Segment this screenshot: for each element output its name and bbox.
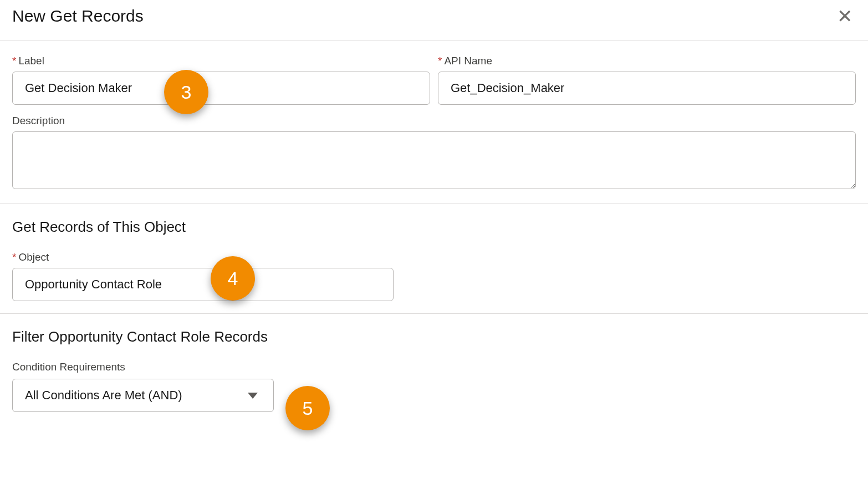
callout-3: 3 [164, 70, 208, 114]
modal-title: New Get Records [12, 7, 144, 26]
object-value: Opportunity Contact Role [25, 277, 162, 292]
basic-info-section: *Label *API Name Description [0, 40, 868, 204]
chevron-down-icon [248, 393, 258, 399]
object-section-heading: Get Records of This Object [12, 218, 856, 236]
description-textarea[interactable] [12, 131, 856, 189]
callout-4: 4 [211, 256, 255, 301]
filter-section: Filter Opportunity Contact Role Records … [0, 313, 868, 488]
condition-value: All Conditions Are Met (AND) [25, 388, 182, 403]
object-combobox[interactable]: Opportunity Contact Role [12, 268, 394, 301]
required-indicator: * [12, 55, 16, 67]
object-field-label: *Object [12, 251, 856, 263]
callout-5: 5 [285, 386, 330, 430]
required-indicator: * [438, 55, 442, 67]
close-icon: ✕ [837, 6, 852, 27]
modal-header: New Get Records ✕ [0, 0, 868, 40]
apiname-field-label: *API Name [438, 55, 856, 67]
label-input[interactable] [12, 72, 430, 105]
required-indicator: * [12, 251, 16, 263]
get-records-modal: New Get Records ✕ *Label *API Name [0, 0, 868, 488]
close-button[interactable]: ✕ [834, 7, 856, 26]
description-field-label: Description [12, 115, 856, 127]
filter-section-heading: Filter Opportunity Contact Role Records [12, 328, 856, 345]
label-field-label: *Label [12, 55, 430, 67]
object-section: Get Records of This Object *Object Oppor… [0, 204, 868, 313]
condition-requirements-label: Condition Requirements [12, 361, 856, 373]
apiname-input[interactable] [438, 72, 856, 105]
condition-requirements-select[interactable]: All Conditions Are Met (AND) [12, 379, 274, 412]
